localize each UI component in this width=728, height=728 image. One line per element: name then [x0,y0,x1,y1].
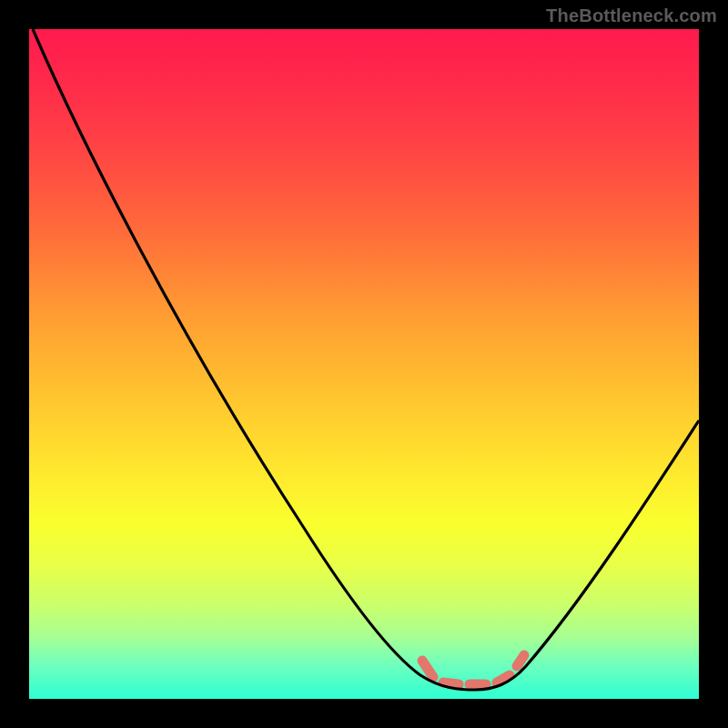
svg-line-0 [422,661,433,677]
chart-plot-area [29,29,699,699]
svg-line-1 [443,682,459,684]
curve-path [33,29,699,690]
chart-frame: TheBottleneck.com [0,0,728,728]
svg-line-4 [517,655,524,666]
watermark-text: TheBottleneck.com [546,5,717,26]
